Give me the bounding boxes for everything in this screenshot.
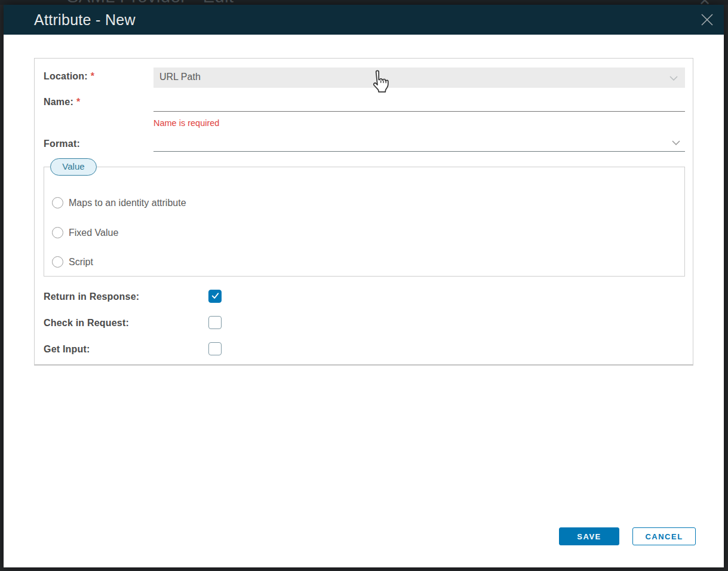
page-backdrop: SAML Provider - Edit ✕ Attribute - New L… [0, 0, 728, 571]
name-label: Name:* [44, 97, 80, 108]
name-error: Name is required [153, 118, 219, 128]
radio-script[interactable] [52, 256, 63, 268]
chevron-down-icon [669, 76, 678, 81]
dialog-header: Attribute - New [4, 5, 724, 35]
location-required-asterisk: * [91, 71, 94, 81]
cancel-button[interactable]: CANCEL [632, 527, 696, 545]
return-in-response-label: Return in Response: [44, 291, 139, 302]
radio-label[interactable]: Script [69, 257, 93, 268]
check-in-request-label: Check in Request: [44, 318, 129, 329]
name-input[interactable] [153, 94, 685, 112]
checkbox-get-input[interactable] [208, 342, 222, 355]
location-select[interactable]: URL Path [153, 67, 685, 88]
location-select-value: URL Path [159, 72, 201, 82]
radio-fixed-value[interactable] [52, 227, 63, 238]
format-label: Format: [44, 139, 80, 149]
underlying-dialog-strip: SAML Provider - Edit ✕ [0, 0, 728, 5]
get-input-label: Get Input: [44, 344, 90, 355]
underlying-dialog-title: SAML Provider - Edit [67, 0, 234, 5]
name-required-asterisk: * [76, 97, 80, 107]
format-select[interactable] [153, 134, 685, 152]
underlying-close-icon: ✕ [699, 0, 711, 5]
radio-maps-to-identity[interactable] [52, 197, 63, 208]
checkbox-return-in-response[interactable] [208, 290, 222, 303]
save-button[interactable]: SAVE [559, 527, 619, 545]
attribute-form: Location:* URL Path Name:* Name is requi… [34, 58, 693, 366]
checkbox-check-in-request[interactable] [208, 316, 222, 329]
chevron-down-icon [672, 140, 680, 145]
radio-label[interactable]: Fixed Value [69, 228, 118, 238]
value-options-box: Maps to an identity attribute Fixed Valu… [44, 167, 685, 277]
checkmark-icon [209, 292, 221, 300]
radio-label[interactable]: Maps to an identity attribute [69, 198, 186, 208]
close-icon [700, 20, 714, 29]
location-label: Location:* [44, 71, 94, 82]
attribute-new-dialog: Attribute - New Location:* URL Path [4, 5, 724, 567]
dialog-title: Attribute - New [34, 11, 136, 29]
close-button[interactable] [700, 13, 714, 27]
tab-value[interactable]: Value [50, 158, 97, 176]
